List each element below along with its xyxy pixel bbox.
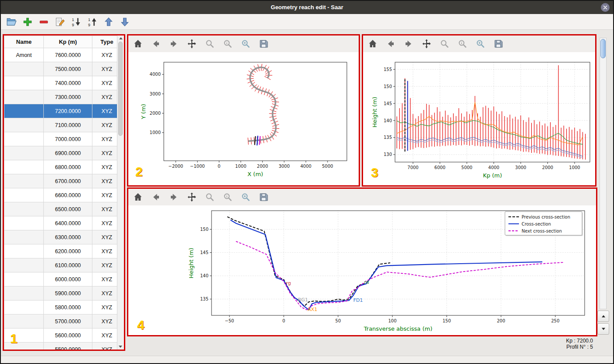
home-button[interactable]: [132, 38, 144, 50]
forward-button[interactable]: [402, 38, 415, 50]
table-scrollbar[interactable]: [117, 35, 124, 350]
table-cell[interactable]: 5800.0000: [44, 300, 92, 315]
table-cell[interactable]: [4, 76, 44, 90]
table-cell[interactable]: 7600.0000: [44, 48, 92, 62]
table-cell[interactable]: [4, 132, 44, 146]
profile-plot[interactable]: 7000600050004000300020001000130135140145…: [363, 52, 595, 185]
table-cell[interactable]: [4, 104, 44, 118]
cross-section-plot[interactable]: −50050100150200250135140145150Transverse…: [128, 205, 596, 335]
table-cell[interactable]: 6700.0000: [44, 174, 92, 188]
zoom-rect-button[interactable]: [240, 191, 252, 203]
zoom-info-button[interactable]: [222, 38, 234, 50]
table-cell[interactable]: 6300.0000: [44, 230, 92, 244]
table-cell[interactable]: 7000.0000: [44, 132, 92, 146]
table-row[interactable]: 6500.0000XYZ: [4, 202, 122, 216]
table-cell[interactable]: [4, 160, 44, 174]
forward-button[interactable]: [168, 191, 180, 203]
scroll-down-icon[interactable]: [119, 346, 122, 348]
save-button[interactable]: [492, 38, 505, 50]
sort-desc-button[interactable]: 19: [70, 16, 82, 28]
move-up-button[interactable]: [102, 16, 115, 28]
table-cell[interactable]: [4, 258, 44, 272]
edit-button[interactable]: [54, 16, 66, 28]
sort-asc-button[interactable]: 19: [86, 16, 99, 28]
pan-button[interactable]: [186, 191, 198, 203]
table-cell[interactable]: [4, 90, 44, 104]
table-cell[interactable]: 6500.0000: [44, 202, 92, 216]
back-button[interactable]: [150, 38, 162, 50]
save-button[interactable]: [258, 38, 270, 50]
table-cell[interactable]: [4, 244, 44, 258]
back-button[interactable]: [385, 38, 397, 50]
table-cell[interactable]: 7100.0000: [44, 118, 92, 132]
table-row[interactable]: 5600.0000XYZ: [4, 329, 122, 343]
table-cell[interactable]: 7200.0000: [44, 104, 92, 118]
table-cell[interactable]: 5600.0000: [44, 329, 92, 343]
close-button[interactable]: [601, 3, 610, 12]
table-cell[interactable]: [4, 188, 44, 202]
home-button[interactable]: [132, 191, 144, 203]
table-row[interactable]: 6900.0000XYZ: [4, 146, 122, 160]
zoom-rect-button[interactable]: [474, 38, 487, 50]
table-scrollbar-thumb[interactable]: [118, 42, 123, 136]
zoom-info-button[interactable]: [456, 38, 469, 50]
table-row[interactable]: 6000.0000XYZ: [4, 272, 122, 286]
save-button[interactable]: [258, 191, 270, 203]
table-cell[interactable]: 6200.0000: [44, 244, 92, 258]
table-cell[interactable]: [4, 202, 44, 216]
table-row[interactable]: 6400.0000XYZ: [4, 216, 122, 230]
table-cell[interactable]: [4, 300, 44, 315]
remove-button[interactable]: [38, 16, 50, 28]
table-cell[interactable]: 5900.0000: [44, 286, 92, 300]
zoom-button[interactable]: [204, 191, 216, 203]
zoom-button[interactable]: [438, 38, 451, 50]
table-cell[interactable]: [4, 216, 44, 230]
pan-button[interactable]: [420, 38, 433, 50]
table-cell[interactable]: 5500.0000: [44, 343, 92, 351]
table-row[interactable]: 6100.0000XYZ: [4, 258, 122, 272]
table-cell[interactable]: [4, 286, 44, 300]
plan-view-plot[interactable]: −2000−1000010002000300040005000100020003…: [128, 52, 359, 185]
forward-button[interactable]: [168, 38, 180, 50]
scroll-up-button[interactable]: [597, 311, 609, 322]
table-cell[interactable]: 7500.0000: [44, 62, 92, 76]
table-row[interactable]: 7000.0000XYZ: [4, 132, 122, 146]
table-row[interactable]: 5900.0000XYZ: [4, 286, 122, 300]
table-row[interactable]: 7300.0000XYZ: [4, 90, 122, 104]
table-cell[interactable]: [4, 174, 44, 188]
table-cell[interactable]: 7400.0000: [44, 76, 92, 90]
table-cell[interactable]: [4, 272, 44, 286]
table-cell[interactable]: [4, 230, 44, 244]
table-row[interactable]: 6800.0000XYZ: [4, 160, 122, 174]
right-scrollbar-thumb[interactable]: [600, 39, 606, 58]
home-button[interactable]: [367, 38, 379, 50]
table-row[interactable]: 6300.0000XYZ: [4, 230, 122, 244]
table-cell[interactable]: 5700.0000: [44, 315, 92, 329]
scroll-down-button[interactable]: [597, 323, 609, 335]
table-cell[interactable]: 6100.0000: [44, 258, 92, 272]
add-button[interactable]: [21, 16, 34, 28]
table-cell[interactable]: [4, 146, 44, 160]
table-cell[interactable]: [4, 329, 44, 343]
back-button[interactable]: [150, 191, 162, 203]
table-cell[interactable]: 7300.0000: [44, 90, 92, 104]
table-row[interactable]: 5800.0000XYZ: [4, 300, 122, 315]
table-row[interactable]: 7400.0000XYZ: [4, 76, 122, 90]
table-cell[interactable]: 6400.0000: [44, 216, 92, 230]
table-cell[interactable]: 6900.0000: [44, 146, 92, 160]
right-scrollbar[interactable]: [600, 38, 607, 309]
table-row[interactable]: 5500.0000XYZ: [4, 343, 122, 351]
table-cell[interactable]: [4, 118, 44, 132]
pan-button[interactable]: [186, 38, 198, 50]
move-down-button[interactable]: [119, 16, 131, 28]
table-row[interactable]: 7200.0000XYZ: [4, 104, 122, 118]
table-cell[interactable]: [4, 343, 44, 351]
column-header[interactable]: Kp (m): [44, 36, 92, 48]
scroll-up-icon[interactable]: [119, 37, 123, 39]
table-cell[interactable]: 6600.0000: [44, 188, 92, 202]
zoom-info-button[interactable]: [222, 191, 234, 203]
table-row[interactable]: 6600.0000XYZ: [4, 188, 122, 202]
table-row[interactable]: Amont7600.0000XYZ: [4, 48, 122, 62]
table-cell[interactable]: Amont: [4, 48, 44, 62]
zoom-button[interactable]: [204, 38, 216, 50]
